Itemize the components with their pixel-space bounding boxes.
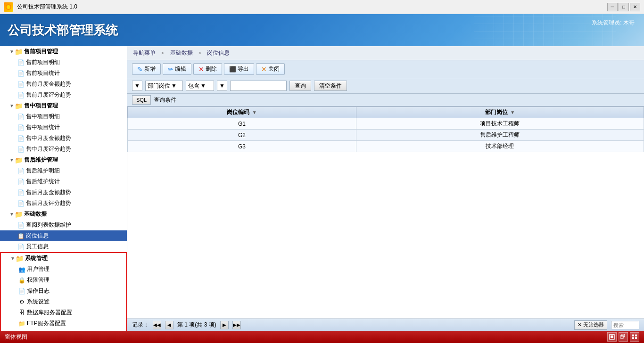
sidebar-item-in-sales-amount[interactable]: 📄 售中月度金额趋势: [0, 133, 127, 144]
sidebar-item-label: FTP服务器配置: [27, 319, 66, 327]
doc-icon: 📄: [17, 167, 25, 175]
doc-icon: 📄: [18, 287, 25, 295]
cell-name: 技术部经理: [356, 141, 644, 152]
sidebar-item-permission-manage[interactable]: 🔒 权限管理: [1, 275, 126, 286]
doc-icon: 📄: [17, 243, 25, 251]
no-filter-label: 无筛选器: [583, 321, 604, 328]
sidebar-item-label: 备份数据库: [27, 330, 55, 331]
sidebar-item-after-sales-amount[interactable]: 📄 售后月度金额趋势: [0, 187, 127, 198]
sidebar-item-post-info[interactable]: 📋 岗位信息: [0, 230, 127, 241]
doc-icon: 📄: [17, 59, 25, 66]
nav-prev-button[interactable]: ◀: [165, 321, 173, 329]
export-button[interactable]: ⬛ 导出: [224, 63, 254, 75]
sidebar-item-after-sales-detail[interactable]: 📄 售后维护明细: [0, 165, 127, 176]
doc-icon: 📄: [17, 200, 25, 207]
query-button[interactable]: 查询: [289, 81, 311, 91]
doc-icon: 📄: [17, 146, 25, 153]
sidebar-item-sys-manage[interactable]: ▼ 📁 系统管理: [1, 253, 126, 264]
col-header-code[interactable]: 岗位编码 ▼: [128, 107, 356, 118]
sidebar-item-sys-settings[interactable]: ⚙ 系统设置: [1, 296, 126, 307]
no-filter-button[interactable]: ✕ 无筛选器: [574, 320, 607, 330]
search-input[interactable]: [611, 321, 639, 329]
table-row[interactable]: G3技术部经理: [128, 141, 644, 152]
title-bar: 公司技术部管理系统 1.0 ─ □ ✕: [0, 0, 644, 14]
taskbar-icon-3[interactable]: [630, 332, 639, 342]
sidebar-item-after-sales-stats[interactable]: 📄 售后维护统计: [0, 176, 127, 187]
breadcrumb: 导航菜单 ＞ 基础数据 ＞ 岗位信息: [127, 46, 644, 60]
sidebar-item-base-table[interactable]: 📄 查阅列表数据维护: [0, 220, 127, 230]
sidebar-item-base-data[interactable]: ▼ 📁 基础数据: [0, 209, 127, 220]
sidebar-item-pre-sales-score[interactable]: 📄 售前月度评分趋势: [0, 90, 127, 100]
sidebar-item-employee-info[interactable]: 📄 员工信息: [0, 241, 127, 252]
close-button[interactable]: ✕: [630, 3, 640, 11]
backup-icon: 💾: [18, 331, 25, 331]
filter-value-dropdown[interactable]: ▼: [217, 81, 227, 91]
breadcrumb-sep1: ＞: [160, 49, 165, 56]
sql-button[interactable]: SQL: [132, 95, 151, 105]
sidebar-item-pre-sales-stats[interactable]: 📄 售前项目统计: [0, 68, 127, 79]
col-header-name[interactable]: 部门岗位 ▼: [356, 107, 644, 118]
app-icon: [4, 2, 13, 12]
sidebar-item-label: 查阅列表数据维护: [26, 221, 71, 229]
breadcrumb-nav: 导航菜单: [133, 49, 156, 56]
window-controls: ─ □ ✕: [607, 3, 640, 11]
maximize-button[interactable]: □: [619, 3, 629, 11]
sidebar-item-pre-sales-detail[interactable]: 📄 售前项目明细: [0, 57, 127, 68]
sidebar-item-db-server[interactable]: 🗄 数据库服务器配置: [1, 307, 126, 318]
section-in-sales: ▼ 📁 售中项目管理 📄 售中项目明细 📄 售中项目统计 📄 售中月度金额趋势 …: [0, 100, 127, 155]
edit-button[interactable]: ✏ 编辑: [163, 63, 191, 75]
cell-name: 售后维护工程师: [356, 130, 644, 141]
delete-icon: ✕: [198, 65, 204, 73]
folder-icon: 📁: [15, 48, 23, 56]
clear-button[interactable]: 清空条件: [314, 81, 347, 91]
settings-icon: ⚙: [18, 298, 25, 306]
section-pre-sales: ▼ 📁 售前项目管理 📄 售前项目明细 📄 售前项目统计 📄 售前月度金额趋势 …: [0, 46, 127, 100]
table-row[interactable]: G1项目技术工程师: [128, 118, 644, 130]
sidebar-item-in-sales-score[interactable]: 📄 售中月度评分趋势: [0, 144, 127, 155]
cell-name: 项目技术工程师: [356, 118, 644, 130]
taskbar-icon-1[interactable]: [607, 332, 617, 342]
sidebar-item-operation-log[interactable]: 📄 操作日志: [1, 286, 126, 296]
nav-next-button[interactable]: ▶: [220, 321, 229, 329]
filter-type-dropdown[interactable]: ▼: [132, 81, 142, 91]
minimize-button[interactable]: ─: [607, 3, 618, 11]
filter-field-dropdown[interactable]: 部门岗位 ▼: [145, 81, 183, 91]
grid-table: 岗位编码 ▼ 部门岗位 ▼ G1项目技术工程师G2售后维护工程师G3技术部经理: [127, 106, 644, 152]
sidebar-item-label: 售前项目管理: [24, 48, 58, 56]
svg-rect-8: [632, 337, 634, 339]
filter-op-dropdown[interactable]: 包含 ▼: [186, 81, 214, 91]
sidebar-item-in-sales-detail[interactable]: 📄 售中项目明细: [0, 111, 127, 122]
taskbar-icon-2[interactable]: [619, 332, 628, 342]
sidebar-item-pre-sales[interactable]: ▼ 📁 售前项目管理: [0, 46, 127, 57]
breadcrumb-level2: 岗位信息: [207, 49, 230, 56]
doc-icon: 📄: [17, 221, 25, 229]
folder-icon: 📁: [15, 211, 23, 218]
svg-rect-9: [635, 337, 637, 339]
filter-value-input[interactable]: [230, 81, 287, 91]
doc-icon: 📄: [17, 113, 25, 121]
new-button[interactable]: ✎ 新增: [132, 63, 161, 75]
sidebar-item-after-sales[interactable]: ▼ 📁 售后维护管理: [0, 155, 127, 165]
close-icon: ✕: [261, 65, 267, 73]
delete-button[interactable]: ✕ 删除: [193, 63, 222, 75]
sidebar-item-after-sales-score[interactable]: 📄 售后月度评分趋势: [0, 198, 127, 209]
table-row[interactable]: G2售后维护工程师: [128, 130, 644, 141]
data-grid: 岗位编码 ▼ 部门岗位 ▼ G1项目技术工程师G2售后维护工程师G3技术部经理: [127, 106, 644, 318]
sidebar-item-in-sales[interactable]: ▼ 📁 售中项目管理: [0, 100, 127, 111]
sidebar-item-label: 售前项目明细: [26, 58, 60, 66]
nav-last-button[interactable]: ▶▶: [232, 321, 241, 329]
sort-icon: ▼: [252, 110, 257, 115]
grid-body: G1项目技术工程师G2售后维护工程师G3技术部经理: [128, 118, 644, 152]
sidebar-item-label: 权限管理: [27, 276, 50, 284]
sidebar-item-label: 售后月度评分趋势: [26, 199, 71, 207]
sidebar-item-backup-db[interactable]: 💾 备份数据库: [1, 329, 126, 331]
expand-icon: ▼: [9, 212, 14, 217]
sidebar-item-in-sales-stats[interactable]: 📄 售中项目统计: [0, 122, 127, 133]
sidebar-item-ftp-server[interactable]: 📁 FTP服务器配置: [1, 318, 126, 329]
close-button[interactable]: ✕ 关闭: [256, 63, 285, 75]
sidebar-item-user-manage[interactable]: 👥 用户管理: [1, 264, 126, 275]
sidebar-item-label: 售后维护统计: [26, 178, 60, 186]
breadcrumb-level1: 基础数据: [170, 49, 193, 56]
nav-first-button[interactable]: ◀◀: [153, 321, 161, 329]
sidebar-item-pre-sales-amount[interactable]: 📄 售前月度金额趋势: [0, 79, 127, 90]
